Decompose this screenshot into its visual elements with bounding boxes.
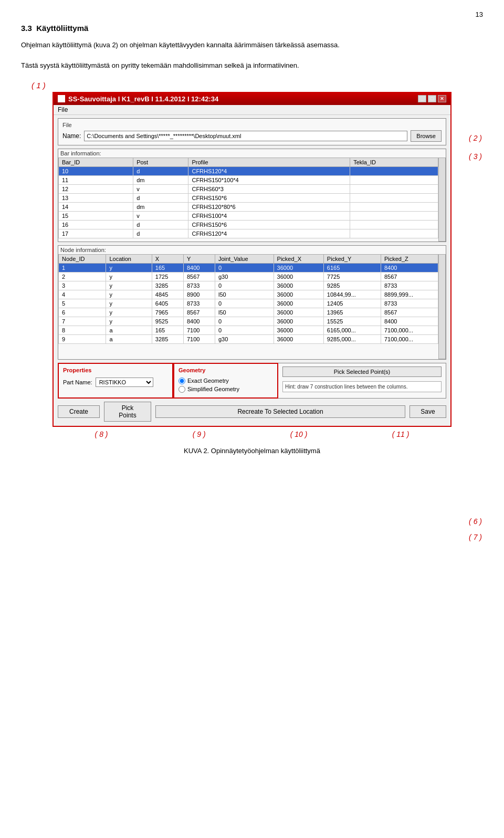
footer-buttons: Create Pick Points Recreate To Selected … [58, 402, 446, 422]
simplified-geometry-row[interactable]: Simplified Geometry [178, 386, 273, 393]
node-col-pickedx: Picked_X [274, 254, 323, 263]
node-col-x: X [152, 254, 183, 263]
table-row[interactable]: 13dCFRHS150*6 [59, 193, 438, 202]
window-controls[interactable]: _ □ ✕ [418, 95, 446, 102]
table-row[interactable]: 1y165840003600061658400 [59, 263, 438, 272]
part-name-row: Part Name: RISTIKKO [63, 378, 168, 387]
name-label: Name: [62, 132, 81, 140]
body-text-2: Tästä syystä käyttöliittymästä on pyritt… [21, 60, 483, 71]
window-title: SS-Sauvoittaja I K1_revB I 11.4.2012 I 1… [68, 95, 218, 103]
node-col-location: Location [106, 254, 152, 263]
annotation-9: ( 9 ) [193, 430, 206, 438]
file-path-input[interactable] [84, 131, 407, 141]
node-col-pickedz: Picked_Z [381, 254, 438, 263]
file-section-label: File [62, 122, 442, 128]
bar-col-post: Post [133, 158, 188, 166]
annotation-3: ( 3 ) [469, 152, 482, 161]
annotation-7: ( 7 ) [469, 533, 482, 541]
table-row[interactable]: 10dCFRHS120*4 [59, 166, 438, 175]
figure-caption: KUVA 2. Opinnäytetyöohjelman käyttöliitt… [21, 447, 483, 455]
table-row[interactable]: 16dCFRHS150*6 [59, 220, 438, 229]
node-col-joint: Joint_Value [215, 254, 274, 263]
bar-col-profile: Profile [188, 158, 350, 166]
table-row[interactable]: 9a32857100g30360009285,000...7100,000... [59, 334, 438, 343]
bar-col-barid: Bar_ID [59, 158, 133, 166]
table-row[interactable]: 5y64058733036000124058733 [59, 299, 438, 308]
node-scrollbar[interactable] [438, 254, 446, 359]
node-section: Node information: Node_ID Location X Y J… [58, 245, 446, 360]
table-row[interactable]: 15vCFRHS100*4 [59, 211, 438, 220]
table-row[interactable]: 12vCFRHS60*3 [59, 184, 438, 193]
right-panel: Pick Selected Point(s) Hint: draw 7 cons… [278, 363, 446, 399]
table-row[interactable]: 2y17258567g303600077258567 [59, 272, 438, 281]
recreate-button[interactable]: Recreate To Selected Location [155, 405, 405, 418]
part-name-select[interactable]: RISTIKKO [96, 378, 153, 387]
menu-bar: File [54, 105, 450, 115]
pick-selected-points-button[interactable]: Pick Selected Point(s) [282, 366, 442, 377]
annotation-10: ( 10 ) [290, 430, 308, 438]
close-button[interactable]: ✕ [438, 95, 446, 102]
table-row[interactable]: 17dCFRHS120*4 [59, 229, 438, 238]
node-col-pickedy: Picked_Y [323, 254, 381, 263]
exact-geometry-radio[interactable] [178, 378, 185, 384]
node-col-nodeid: Node_ID [59, 254, 106, 263]
exact-geometry-row[interactable]: Exact Geometry [178, 378, 273, 384]
table-row[interactable]: 6y79658567l5036000139658567 [59, 308, 438, 317]
bar-section-label: Bar information: [58, 149, 446, 158]
section-title: 3.3 Käyttöliittymä [21, 24, 483, 33]
node-col-y: Y [183, 254, 215, 263]
table-row[interactable]: 7y95258400036000155258400 [59, 317, 438, 326]
bottom-panels: Properties Part Name: RISTIKKO Geometry … [58, 363, 446, 399]
bar-section: Bar information: Bar_ID Post Profile Tek… [58, 149, 446, 242]
table-row[interactable]: 3y3285873303600092858733 [59, 281, 438, 290]
minimize-button[interactable]: _ [418, 95, 426, 102]
file-row: Name: Browse [62, 130, 442, 142]
properties-panel: Properties Part Name: RISTIKKO [58, 363, 173, 399]
hint-text: Hint: draw 7 construction lines between … [282, 381, 442, 392]
page-number: 13 [21, 11, 483, 18]
node-table: Node_ID Location X Y Joint_Value Picked_… [58, 254, 438, 344]
maximize-button[interactable]: □ [428, 95, 436, 102]
table-row[interactable]: 8a16571000360006165,000...7100,000... [59, 326, 438, 334]
annotation-11: ( 11 ) [392, 430, 410, 438]
table-row[interactable]: 4y48458900l503600010844,99...8899,999... [59, 290, 438, 299]
app-icon [58, 95, 65, 102]
annotation-8: ( 8 ) [95, 430, 108, 438]
browse-button[interactable]: Browse [411, 130, 442, 142]
create-button[interactable]: Create [58, 405, 100, 418]
pick-points-button[interactable]: Pick Points [104, 402, 151, 422]
menu-file[interactable]: File [58, 106, 68, 113]
body-text-1: Ohjelman käyttöliittymä (kuva 2) on ohje… [21, 40, 483, 51]
annotation-2: ( 2 ) [469, 134, 482, 142]
bar-table: Bar_ID Post Profile Tekla_ID 10dCFRHS120… [58, 158, 438, 238]
exact-geometry-label: Exact Geometry [187, 378, 229, 384]
save-button[interactable]: Save [410, 405, 446, 418]
annotation-6: ( 6 ) [469, 517, 482, 526]
bar-col-teklaid: Tekla_ID [350, 158, 438, 166]
annotation-1: ( 1 ) [32, 81, 483, 90]
properties-label: Properties [63, 367, 168, 373]
title-bar: SS-Sauvoittaja I K1_revB I 11.4.2012 I 1… [54, 93, 450, 105]
part-name-label: Part Name: [63, 379, 92, 385]
geometry-label: Geometry [178, 367, 273, 373]
geometry-panel: Geometry Exact Geometry Simplified Geome… [173, 363, 278, 399]
table-row[interactable]: 14dmCFRHS120*80*6 [59, 202, 438, 211]
simplified-geometry-label: Simplified Geometry [187, 386, 239, 392]
app-window: SS-Sauvoittaja I K1_revB I 11.4.2012 I 1… [52, 92, 452, 427]
file-section: File Name: Browse [58, 118, 446, 145]
node-section-label: Node information: [58, 246, 446, 254]
bar-scrollbar[interactable] [438, 158, 446, 242]
table-row[interactable]: 11dmCFRHS150*100*4 [59, 175, 438, 184]
annotations-row: ( 8 ) ( 9 ) ( 10 ) ( 11 ) [52, 430, 452, 438]
simplified-geometry-radio[interactable] [178, 386, 185, 393]
